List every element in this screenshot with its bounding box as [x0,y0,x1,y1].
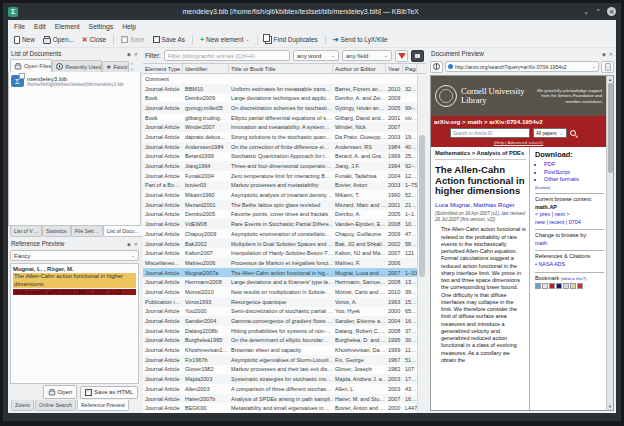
help-links[interactable]: (Help | Advanced search) [434,140,603,145]
new-recent-links[interactable]: new | recent | 0704 [535,219,604,227]
dock-tab[interactable]: Reference Preview [77,400,129,411]
float-panel-icon[interactable]: ◆ [602,51,606,57]
tab-recently-used[interactable]: Recently Used [52,60,102,72]
table-row[interactable]: Journal Article Mikami1990 Asymptotic an… [143,190,417,200]
table-row[interactable]: Journal Article Allen2003 A comparison o… [143,384,417,394]
table-row[interactable]: Journal Article Berard1999 Stochastic Qu… [143,152,417,162]
open-button[interactable]: Open... [40,35,77,45]
column-header[interactable]: Year [386,64,403,73]
table-row[interactable]: Journal Article Jiang1994 Three-and four… [143,161,417,171]
table-row[interactable]: Journal Article Burghelea1995 On the det… [143,336,417,346]
table-row[interactable]: Journal Article Dembo2005 Favorite point… [143,210,417,220]
menu-item[interactable]: Help [122,23,136,30]
column-header[interactable]: Pages [403,64,417,73]
find-duplicates-button[interactable]: Find Duplicates [262,35,321,45]
table-row[interactable]: Journal Article Fix1967b Asymptotic eige… [143,355,417,365]
column-header[interactable]: Author or Editor [333,64,386,73]
filter-match-select[interactable]: any word⌄ [293,50,339,61]
table-row[interactable]: Journal Article Winder2007 Innovation an… [143,122,417,132]
dock-tab[interactable]: Zotero [11,400,34,411]
download-link[interactable]: Other formats [544,176,604,184]
table-row[interactable]: Journal Article Hairer2007b Analysis of … [143,394,417,404]
prev-next-links[interactable]: < prev | next > [535,211,604,219]
table-row[interactable]: Journal Article Yoo2000 Semi-discretizat… [143,307,417,317]
table-row[interactable]: Comment [143,74,417,84]
bookmark-icon[interactable] [577,283,583,289]
view-tab[interactable]: List of Docu… [103,226,144,237]
table-row[interactable]: Journal Article BBM10 Uniform estimates … [143,84,417,94]
menu-item[interactable]: Settings [89,23,114,30]
table-row[interactable]: Journal Article Glover1982 Markov proces… [143,365,417,375]
bookmark-icon[interactable] [563,283,569,289]
send-to-lyx-button[interactable]: ➔Send to LyX/Kile [330,35,391,44]
filter-input[interactable] [164,50,290,61]
reload-button[interactable] [430,61,443,73]
bookmark-icon[interactable] [570,283,576,289]
close-button[interactable]: ✕Close [79,35,109,44]
close-panel-icon[interactable]: ✕ [134,51,138,57]
filter-field-select[interactable]: any field⌄ [342,50,392,61]
nasa-ads-link[interactable]: • NASA ADS [535,261,604,269]
table-row[interactable]: Publication i… Voros1993 Résurgence quan… [143,297,417,307]
view-tab[interactable]: Statistics [42,226,71,237]
save-as-html-button[interactable]: Save as HTML [80,386,138,399]
download-link[interactable]: PostScript [544,169,604,177]
table-scrollbar[interactable] [417,74,426,413]
titlebar[interactable]: Σ mendeley3.bib [/home/fish/git/kbibtex/… [3,3,621,20]
open-reference-button[interactable]: Open [43,385,77,399]
table-row[interactable]: Journal Article Herrmann2008 Large devia… [143,277,417,287]
open-external-button[interactable] [601,61,614,73]
paper-authors[interactable]: Luca Mugnai, Matthias Röger [435,201,526,208]
table-row[interactable]: Journal Article BEGK00 Metastability and… [143,403,417,413]
table-row[interactable]: Journal Article daprato.debus… Strong so… [143,132,417,142]
table-row[interactable]: Journal Article VdEW08 Rare Events in St… [143,219,417,229]
dock-tab[interactable]: Online Search [35,400,76,411]
scroll-down-icon[interactable]: ▼ [608,404,612,409]
close-window-icon[interactable]: ✕ [607,7,616,16]
menu-item[interactable]: Edit [34,23,46,30]
bookmark-icon[interactable] [556,283,562,289]
preview-style-select[interactable]: Fancy ⌄ [10,250,139,261]
table-row[interactable]: Journal Article Morosi2010 New results o… [143,287,417,297]
clear-filter-button[interactable] [395,50,408,62]
table-row[interactable]: Journal Article Sandier2004 Gamma-conver… [143,316,417,326]
search-scope-select[interactable]: All papers⌄ [533,128,567,138]
table-row[interactable]: Part of a Bo… bovier03 Markov processes … [143,181,417,191]
view-tab[interactable]: File Sett… [71,226,103,237]
close-panel-icon[interactable]: ✕ [609,51,613,57]
minimize-icon[interactable]: ⌄ [583,8,589,16]
maximize-icon[interactable]: ⌃ [595,8,601,16]
table-row[interactable]: Journal Article Bak2002 Multipliers in D… [143,239,417,249]
bookmark-icon[interactable] [535,283,541,289]
save-button[interactable]: Save [118,35,148,44]
float-panel-icon[interactable]: ◆ [127,241,131,247]
webview-scrollbar[interactable]: ▲ ▼ [606,76,613,410]
scroll-up-icon[interactable]: ▲ [608,77,612,82]
breadcrumb[interactable]: arXiv.org > math > arXiv:0704.1954v2 [434,118,603,125]
table-row[interactable]: Journal Article Mugnai2007a The Allen-Ca… [143,268,417,278]
search-options-button[interactable] [411,50,424,62]
column-header[interactable]: Title or Book Title [229,64,333,73]
table-row[interactable]: Journal Article Chapuy2009 Asymptotic en… [143,229,417,239]
table-row[interactable]: Miscellaneo… Malrieu2006 Processus de Ma… [143,258,417,268]
tab-open-files[interactable]: Open Files [10,59,52,72]
license-link[interactable]: (license) [535,185,604,190]
table-row[interactable]: Journal Article Anderssen1984 On the cor… [143,142,417,152]
table-row[interactable]: Journal Article Khoshnevisan1… Brownian … [143,345,417,355]
download-link[interactable]: PDF [544,161,604,169]
new-button[interactable]: New [11,35,38,45]
bookmark-icon[interactable] [549,283,555,289]
arxiv-search-input[interactable] [450,128,530,138]
new-element-button[interactable]: +New element⌄ [197,35,253,44]
search-icon[interactable] [570,130,576,136]
table-row[interactable]: Journal Article Dalang2008b Hitting prob… [143,326,417,336]
file-list-item[interactable]: Σ mendeley3.bib /home/fish/git/kbibtex/t… [9,72,140,90]
column-header[interactable]: Identifier [183,64,229,73]
table-row[interactable]: Book gilbarg.truding… Elliptic partial d… [143,113,417,123]
menu-item[interactable]: File [14,23,25,30]
bookmark-icon[interactable] [542,283,548,289]
float-panel-icon[interactable]: ◆ [127,51,131,57]
column-header[interactable]: Element Type [143,64,183,73]
url-field[interactable]: http://arxiv.org/search?query=arXiv:0704… [445,61,599,72]
table-row[interactable]: Journal Article Funaki2004 Zero temperat… [143,171,417,181]
